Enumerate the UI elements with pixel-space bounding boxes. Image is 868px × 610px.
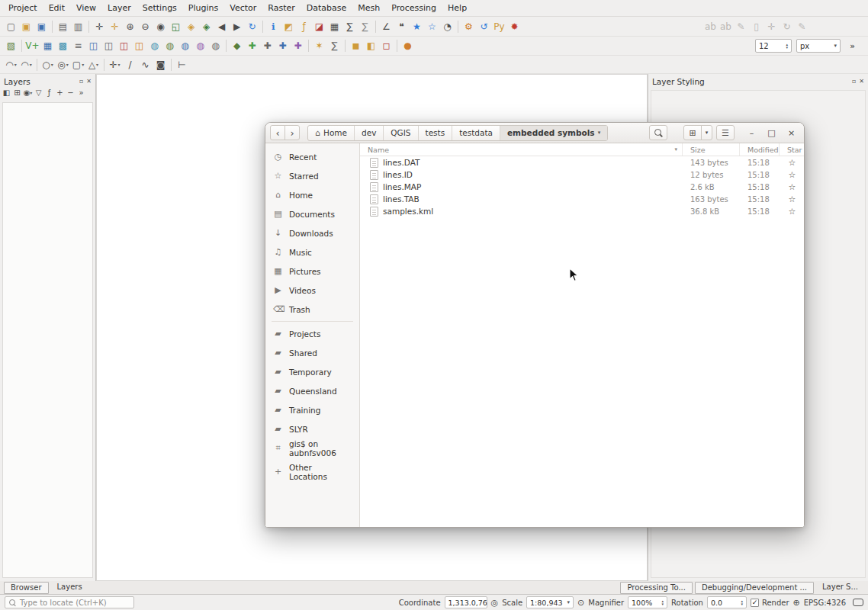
digitize-circular-string-icon[interactable]: ◠▾ <box>4 57 18 72</box>
path-testdata[interactable]: testdata <box>452 126 500 140</box>
style-manager-icon[interactable]: ✶ <box>312 38 326 53</box>
menu-edit[interactable]: Edit <box>43 2 70 14</box>
change-label-properties-icon[interactable]: ✎ <box>795 19 809 34</box>
sidebar-item-other-locations[interactable]: + Other Locations <box>265 462 359 481</box>
filter-legend-icon[interactable]: ▽ <box>34 88 43 97</box>
add-ellipse-icon[interactable]: ◎▾ <box>56 57 70 72</box>
path-tests[interactable]: tests <box>419 126 453 140</box>
star-toggle-icon[interactable]: ☆ <box>789 158 796 168</box>
annotation-icon[interactable]: ● <box>400 38 415 53</box>
magnifier-spinbox[interactable]: 100% ▴▾ <box>628 596 667 608</box>
menu-button[interactable]: ☰ <box>716 125 735 140</box>
filter-by-expression-icon[interactable]: ƒ <box>44 88 54 97</box>
zoom-out-icon[interactable]: ⊖ <box>138 19 153 34</box>
sidebar-item-videos[interactable]: ▶ Videos <box>265 281 359 300</box>
zoom-to-layer-icon[interactable]: ◈ <box>199 19 214 34</box>
sidebar-item-recent[interactable]: ◷ Recent <box>265 147 359 166</box>
messages-icon[interactable] <box>853 599 863 606</box>
add-regular-polygon-icon[interactable]: △▾ <box>86 57 101 72</box>
sidebar-item-music[interactable]: ♫ Music <box>265 242 359 262</box>
show-bookmarks-icon[interactable]: ☆ <box>425 19 439 34</box>
path-qgis[interactable]: QGIS <box>384 126 418 140</box>
menu-vector[interactable]: Vector <box>224 2 262 14</box>
deselect-features-icon[interactable]: ◪ <box>312 19 326 34</box>
menu-raster[interactable]: Raster <box>262 2 300 14</box>
menu-view[interactable]: View <box>71 2 101 14</box>
select-all-icon[interactable]: ◼ <box>349 38 363 53</box>
pin-labels-icon[interactable]: ✎ <box>734 19 748 34</box>
add-oracle-layer-icon[interactable]: ◫ <box>132 38 146 53</box>
add-xyz-layer-icon[interactable]: ◍ <box>193 38 207 53</box>
maximize-button[interactable]: □ <box>765 127 778 140</box>
add-wms-layer-icon[interactable]: ◍ <box>147 38 162 53</box>
data-source-manager-icon[interactable]: ▧ <box>4 38 18 53</box>
panel-overflow-icon[interactable]: » <box>76 88 86 97</box>
view-options-caret-button[interactable]: ▾ <box>701 125 712 140</box>
highlight-pinned-labels-icon[interactable]: ▯ <box>749 19 764 34</box>
column-header-star[interactable]: Star <box>780 143 805 156</box>
new-temporary-scratch-layer-icon[interactable]: ✚ <box>275 38 290 53</box>
statistical-summary-icon[interactable]: ∑ <box>358 19 372 34</box>
star-toggle-icon[interactable]: ☆ <box>789 207 796 217</box>
coordinate-input[interactable]: 1,313.0,76 <box>445 596 487 608</box>
add-circle-icon[interactable]: ○▾ <box>40 57 55 72</box>
add-group-icon[interactable]: ⊞ <box>12 88 22 97</box>
move-label-icon[interactable]: ✛ <box>764 19 779 34</box>
menu-help[interactable]: Help <box>442 2 472 14</box>
zoom-next-icon[interactable]: ▶ <box>230 19 244 34</box>
tab-browser[interactable]: Browser <box>4 582 49 594</box>
project-open-icon[interactable]: ▣ <box>19 19 34 34</box>
sidebar-item-slyr[interactable]: ▰ SLYR <box>265 419 359 438</box>
add-raster-layer-icon[interactable]: ▦ <box>40 38 55 53</box>
debugging-tools-icon[interactable]: ✹ <box>507 19 522 34</box>
layer-diagram-icon[interactable]: ab <box>719 19 733 34</box>
dock-float-icon[interactable]: ▫ <box>79 78 83 85</box>
invert-selection-icon[interactable]: ◧ <box>364 38 378 53</box>
sidebar-item-home[interactable]: ⌂ Home <box>265 185 359 204</box>
forward-button[interactable]: › <box>285 125 300 140</box>
fill-ring-icon[interactable]: ◙ <box>153 57 168 72</box>
add-wfs-layer-icon[interactable]: ◍ <box>178 38 192 53</box>
path-home[interactable]: ⌂ Home <box>308 126 355 140</box>
move-feature-icon[interactable]: ✛▾ <box>108 57 122 72</box>
layer-labeling-icon[interactable]: ab <box>703 19 718 34</box>
tab-layer-styling[interactable]: Layer S... <box>816 582 864 594</box>
select-by-expression-icon[interactable]: ƒ <box>297 19 311 34</box>
collapse-all-icon[interactable]: − <box>66 88 76 97</box>
grid-view-button[interactable]: ⊞ <box>683 125 702 140</box>
zoom-full-icon[interactable]: ◱ <box>169 19 183 34</box>
back-button[interactable]: ‹ <box>270 125 285 140</box>
file-row[interactable]: lines.ID 12 bytes 15:18 ☆ <box>360 169 804 181</box>
add-vector-layer-icon[interactable]: V+ <box>25 38 40 53</box>
pan-map-icon[interactable]: ✛ <box>92 19 107 34</box>
add-mesh-layer-icon[interactable]: ▩ <box>56 38 70 53</box>
star-toggle-icon[interactable]: ☆ <box>789 170 796 180</box>
tab-debugging-development[interactable]: Debugging/Development ... <box>695 582 814 594</box>
sidebar-item-queensland[interactable]: ▰ Queensland <box>265 381 359 400</box>
spinner-arrows-icon[interactable]: ▴▾ <box>662 599 664 605</box>
extents-toggle-icon[interactable]: ◎ <box>491 598 499 608</box>
field-calculator-icon[interactable]: ∑ <box>342 19 357 34</box>
trim-extend-icon[interactable]: ⊢ <box>175 57 189 72</box>
minimize-button[interactable]: – <box>745 127 758 140</box>
map-tips-icon[interactable]: ❝ <box>394 19 409 34</box>
project-new-icon[interactable]: ▢ <box>4 19 18 34</box>
menu-plugins[interactable]: Plugins <box>183 2 223 14</box>
spinner-arrows-icon[interactable]: ▴▾ <box>786 43 788 49</box>
sidebar-item-temporary[interactable]: ▰ Temporary <box>265 362 359 381</box>
processing-history-icon[interactable]: ↺ <box>477 19 491 34</box>
reshape-features-icon[interactable]: ∿ <box>138 57 153 72</box>
star-toggle-icon[interactable]: ☆ <box>789 182 796 192</box>
search-button[interactable] <box>649 125 667 140</box>
sidebar-item-downloads[interactable]: ↓ Downloads <box>265 223 359 242</box>
select-features-icon[interactable]: ◩ <box>281 19 296 34</box>
manage-map-themes-icon[interactable]: ◉▾ <box>23 88 33 97</box>
new-spatialite-layer-icon[interactable]: ✚ <box>260 38 275 53</box>
add-virtual-layer-icon[interactable]: ◍ <box>208 38 223 53</box>
split-features-icon[interactable]: / <box>123 57 137 72</box>
font-size-spinbox[interactable]: 12 ▴▾ <box>755 39 792 53</box>
deselect-all-icon[interactable]: ◻ <box>379 38 394 53</box>
show-statistics-icon[interactable]: ∑ <box>327 38 342 53</box>
file-row[interactable]: lines.MAP 2.6 kB 15:18 ☆ <box>360 181 804 193</box>
sidebar-item-starred[interactable]: ☆ Starred <box>265 166 359 185</box>
